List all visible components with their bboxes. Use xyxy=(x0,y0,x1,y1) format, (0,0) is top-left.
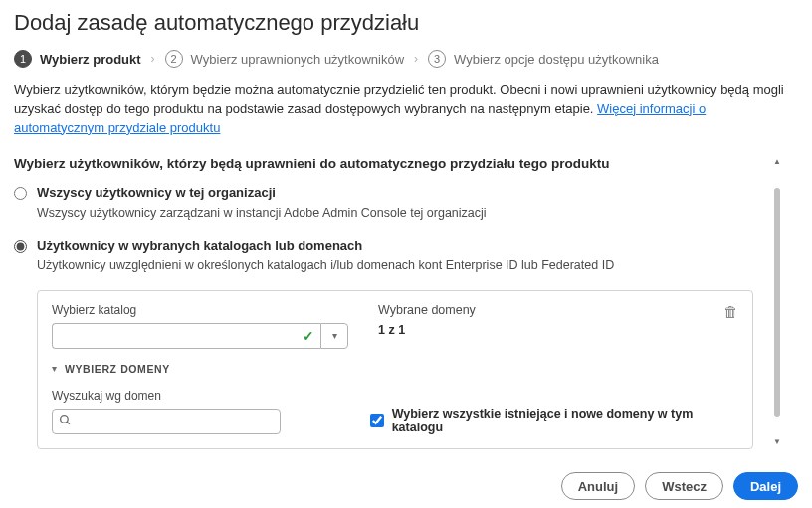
footer-actions: Anuluj Wstecz Dalej xyxy=(561,472,798,500)
radio-all-users-description: Wszyscy użytkownicy zarządzani w instanc… xyxy=(37,206,784,220)
radio-all-users-label: Wszyscy użytkownicy w tej organizacji xyxy=(37,185,276,200)
step-2-number: 2 xyxy=(165,50,183,68)
catalog-select-label: Wybierz katalog xyxy=(52,303,348,317)
radio-all-users[interactable] xyxy=(14,187,27,200)
scroll-up-icon[interactable]: ▲ xyxy=(771,156,783,168)
vertical-scrollbar[interactable]: ▲ ▼ xyxy=(771,156,783,450)
step-3-label: Wybierz opcje dostępu użytkownika xyxy=(454,52,659,67)
chevron-down-icon: ▾ xyxy=(332,330,337,341)
radio-option-all-users[interactable]: Wszyscy użytkownicy w tej organizacji xyxy=(14,185,784,200)
chevron-down-icon: ▾ xyxy=(52,363,57,374)
scroll-down-icon[interactable]: ▼ xyxy=(771,436,783,448)
section-heading: Wybierz użytkowników, którzy będą uprawn… xyxy=(14,156,784,171)
catalog-dropdown-button[interactable]: ▾ xyxy=(320,323,348,349)
back-button[interactable]: Wstecz xyxy=(645,472,723,500)
step-3[interactable]: 3 Wybierz opcje dostępu użytkownika xyxy=(428,50,659,68)
page-title: Dodaj zasadę automatycznego przydziału xyxy=(14,10,798,36)
scroll-track[interactable] xyxy=(774,168,780,436)
radio-selected-dirs[interactable] xyxy=(14,240,27,253)
domain-search-input[interactable] xyxy=(52,409,281,434)
scroll-thumb[interactable] xyxy=(774,188,780,417)
next-button[interactable]: Dalej xyxy=(733,472,798,500)
catalog-select[interactable]: ✓ xyxy=(52,323,320,349)
select-domains-accordion[interactable]: ▾ WYBIERZ DOMENY xyxy=(52,363,738,375)
svg-line-1 xyxy=(67,422,70,424)
accordion-label: WYBIERZ DOMENY xyxy=(65,363,170,375)
radio-selected-dirs-description: Użytkownicy uwzględnieni w określonych k… xyxy=(37,258,784,272)
checkmark-icon: ✓ xyxy=(303,328,314,344)
selected-domains-count: 1 z 1 xyxy=(378,323,694,337)
trash-icon: 🗑 xyxy=(723,303,738,320)
select-all-domains-label: Wybierz wszystkie istniejące i nowe dome… xyxy=(392,407,738,434)
step-1-number: 1 xyxy=(14,50,32,68)
radio-option-selected-dirs[interactable]: Użytkownicy w wybranych katalogach lub d… xyxy=(14,238,784,253)
step-2-label: Wybierz uprawnionych użytkowników xyxy=(191,52,404,67)
selected-domains-label: Wybrane domeny xyxy=(378,303,694,317)
step-1[interactable]: 1 Wybierz produkt xyxy=(14,50,141,68)
chevron-right-icon: › xyxy=(414,52,418,66)
directory-panel: Wybierz katalog ✓ ▾ Wybrane domeny xyxy=(37,290,753,449)
svg-point-0 xyxy=(61,415,69,423)
step-3-number: 3 xyxy=(428,50,446,68)
cancel-button[interactable]: Anuluj xyxy=(561,472,635,500)
step-1-label: Wybierz produkt xyxy=(40,52,141,67)
search-icon xyxy=(59,414,72,429)
select-all-domains-checkbox[interactable] xyxy=(370,414,384,427)
step-2[interactable]: 2 Wybierz uprawnionych użytkowników xyxy=(165,50,404,68)
radio-selected-dirs-label: Użytkownicy w wybranych katalogach lub d… xyxy=(37,238,362,253)
description: Wybierz użytkowników, którym będzie możn… xyxy=(14,82,798,138)
delete-button[interactable]: 🗑 xyxy=(723,303,738,320)
domain-search-label: Wyszukaj wg domen xyxy=(52,389,281,403)
wizard-steps: 1 Wybierz produkt › 2 Wybierz uprawniony… xyxy=(14,50,798,68)
domain-search-field[interactable] xyxy=(78,415,274,428)
chevron-right-icon: › xyxy=(151,52,155,66)
